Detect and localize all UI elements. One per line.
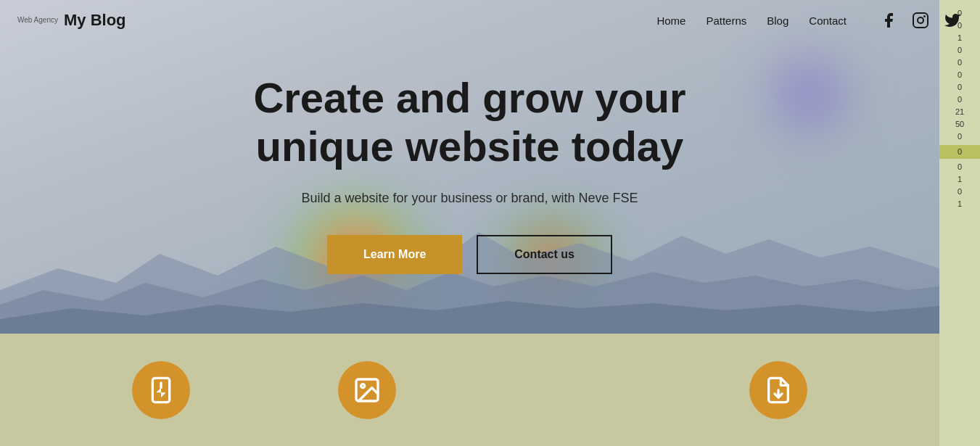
- svg-rect-0: [913, 13, 928, 28]
- site-header: Web Agency My Blog Home Patterns Blog Co…: [0, 0, 980, 41]
- metric-7: 0: [958, 96, 962, 104]
- metric-14: 0: [958, 188, 962, 196]
- feature-icon-image[interactable]: [338, 361, 396, 419]
- metric-6: 0: [958, 83, 962, 91]
- hero-section: Create and grow your unique website toda…: [0, 0, 939, 334]
- brand: Web Agency My Blog: [17, 11, 126, 30]
- sidebar-metrics: 0 0 1 0 0 0 0 0 21 50 0 0 0 1 0 1: [939, 0, 980, 446]
- nav-patterns[interactable]: Patterns: [706, 15, 746, 27]
- learn-more-button[interactable]: Learn More: [327, 235, 462, 274]
- metric-5: 0: [958, 71, 962, 79]
- metric-13: 1: [958, 175, 962, 183]
- hero-heading: Create and grow your unique website toda…: [253, 74, 685, 170]
- svg-point-1: [918, 17, 923, 23]
- hero-buttons: Learn More Contact us: [327, 235, 612, 274]
- contact-us-button[interactable]: Contact us: [477, 235, 612, 274]
- twitter-icon[interactable]: [942, 10, 963, 30]
- metric-11-highlighted: 0: [939, 145, 980, 159]
- nav-home[interactable]: Home: [656, 15, 685, 27]
- metric-8: 21: [955, 108, 964, 116]
- social-icons: [878, 10, 963, 30]
- hero-content: Create and grow your unique website toda…: [0, 0, 939, 334]
- nav-blog[interactable]: Blog: [767, 15, 788, 27]
- agency-label: Web Agency: [17, 16, 58, 25]
- feature-icon-lightning[interactable]: [132, 361, 190, 419]
- metric-3: 0: [958, 46, 962, 54]
- feature-icon-download[interactable]: [749, 361, 807, 419]
- instagram-icon[interactable]: [910, 10, 931, 30]
- feature-placeholder: [543, 361, 601, 419]
- features-section: [0, 334, 939, 446]
- metric-15: 1: [958, 200, 962, 208]
- metric-10: 0: [958, 133, 962, 141]
- facebook-icon[interactable]: [878, 10, 899, 30]
- site-title: My Blog: [64, 11, 126, 30]
- metric-12: 0: [958, 163, 962, 171]
- svg-marker-5: [156, 387, 165, 397]
- hero-subtext: Build a website for your business or bra…: [301, 191, 638, 206]
- metric-9: 50: [955, 120, 964, 128]
- svg-point-2: [924, 16, 925, 17]
- svg-point-7: [361, 384, 364, 387]
- main-nav: Home Patterns Blog Contact: [656, 10, 963, 30]
- nav-contact[interactable]: Contact: [809, 15, 847, 27]
- metric-4: 0: [958, 59, 962, 67]
